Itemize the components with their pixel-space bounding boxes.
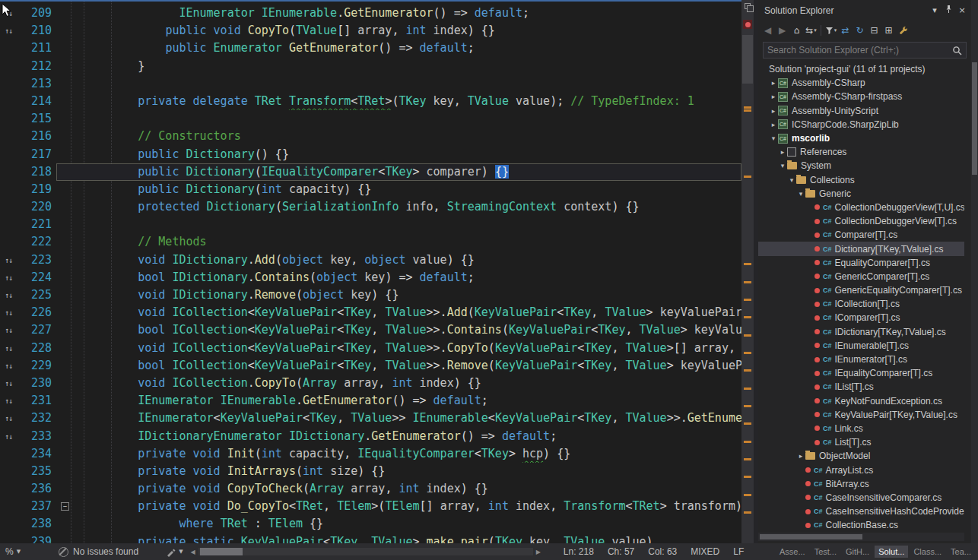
hscroll-track[interactable]	[198, 548, 533, 555]
hscroll-thumb[interactable]	[200, 548, 243, 555]
line-number[interactable]: 211	[17, 40, 56, 57]
implements-interface-glyph-icon[interactable]: ↑↓	[0, 321, 17, 339]
panel-tab-test[interactable]: Test...	[811, 546, 840, 558]
line-number[interactable]: 227	[17, 321, 56, 339]
tree-item[interactable]: C#Comparer[T].cs	[758, 228, 964, 242]
pin-icon[interactable]	[941, 5, 955, 16]
eol-indicator[interactable]: LF	[733, 546, 744, 557]
line-number[interactable]: 237	[17, 498, 56, 515]
tree-item[interactable]: ▸C#Assembly-CSharp-firstpass	[758, 90, 964, 103]
line-number[interactable]: 212	[17, 58, 56, 75]
tree-item[interactable]: ▸References	[758, 145, 964, 159]
code-line[interactable]: 220 protected Dictionary(SerializationIn…	[0, 198, 741, 216]
line-number[interactable]: 229	[17, 357, 56, 375]
code-line[interactable]: ↑↓233 IDictionaryEnumerator IDictionary.…	[0, 428, 741, 445]
line-number[interactable]: 210	[17, 22, 56, 40]
code-line[interactable]: 213	[0, 75, 741, 93]
tree-item[interactable]: C#CollectionDebuggerView[T,U].cs	[758, 201, 964, 214]
implements-interface-glyph-icon[interactable]: ↑↓	[0, 410, 17, 427]
line-number[interactable]: 222	[17, 233, 56, 251]
panel-tab-gith[interactable]: GitH...	[842, 546, 873, 558]
code-line[interactable]: ↑↓209 IEnumerator IEnumerable.GetEnumera…	[0, 5, 741, 22]
tree-item[interactable]: C#EqualityComparer[T].cs	[758, 256, 964, 270]
tree-item[interactable]: C#IEnumerator[T].cs	[758, 353, 964, 366]
implements-interface-glyph-icon[interactable]: ↑↓	[0, 22, 17, 40]
line-number[interactable]: 209	[17, 5, 56, 22]
se-scrollbar-horizontal[interactable]	[758, 533, 964, 541]
tree-item[interactable]: C#KeyValuePair[TKey,TValue].cs	[758, 408, 964, 422]
tree-item[interactable]: ▾C#mscorlib	[758, 131, 964, 145]
tree-item[interactable]: ▸C#Assembly-UnityScript	[758, 104, 964, 118]
code-line[interactable]: 222 // Methods	[0, 233, 741, 251]
code-line[interactable]: ↑↓225 void IDictionary.Remove(object key…	[0, 286, 741, 304]
code-line[interactable]: ↑↓224 bool IDictionary.Contains(object k…	[0, 269, 741, 286]
properties-button-icon[interactable]	[896, 23, 910, 38]
code-line[interactable]: 238 where TRet : TElem {}	[0, 515, 741, 533]
expanded-arrow-icon[interactable]: ▾	[796, 190, 805, 198]
collapsed-arrow-icon[interactable]: ▸	[769, 93, 778, 100]
line-number[interactable]: 214	[17, 93, 56, 110]
code-cleanup-dropdown-icon[interactable]: ▼	[179, 549, 183, 555]
zoom-dropdown-icon[interactable]: ▼	[17, 549, 21, 555]
tree-item[interactable]: ▸ObjectModel	[758, 449, 964, 463]
fold-margin[interactable]: −	[56, 498, 76, 515]
refresh-button-icon[interactable]: ↻	[853, 23, 867, 38]
code-line[interactable]: 216 // Constructors	[0, 128, 741, 145]
tree-item[interactable]: C#CaseInsensitiveComparer.cs	[758, 491, 964, 505]
line-number[interactable]: 218	[17, 163, 56, 181]
tree-item[interactable]: ▾System	[758, 159, 964, 172]
panel-tab-asse[interactable]: Asse...	[776, 546, 809, 558]
code-line[interactable]: ↑↓228 void ICollection<KeyValuePair<TKey…	[0, 340, 741, 357]
line-number[interactable]: 221	[17, 216, 56, 233]
se-scrollbar-horizontal-thumb[interactable]	[760, 534, 862, 539]
line-number[interactable]: 236	[17, 480, 56, 498]
code-line[interactable]: 221	[0, 216, 741, 233]
tree-item[interactable]: C#ICollection[T].cs	[758, 297, 964, 311]
code-line[interactable]: 239 private static KeyValuePair<TKey, TV…	[0, 533, 741, 543]
tree-item[interactable]: ▸C#Assembly-CSharp	[758, 76, 964, 90]
line-number[interactable]: 230	[17, 375, 56, 392]
tree-item[interactable]: ▾Generic	[758, 187, 964, 201]
tree-item[interactable]: C#Link.cs	[758, 422, 964, 435]
panel-tab-tea[interactable]: Tea...	[947, 546, 975, 558]
line-number[interactable]: 231	[17, 392, 56, 410]
code-line[interactable]: 218 public Dictionary(IEqualityComparer<…	[0, 163, 741, 181]
editor-scrollbar-thumb[interactable]	[742, 35, 753, 84]
code-line[interactable]: ↑↓223 void IDictionary.Add(object key, o…	[0, 252, 741, 269]
line-number[interactable]: 213	[17, 75, 56, 93]
line-number[interactable]: 220	[17, 198, 56, 216]
hscroll-left-arrow[interactable]: ◀	[191, 549, 195, 555]
panel-tab-class[interactable]: Class...	[910, 546, 945, 558]
fold-collapse-button[interactable]: −	[61, 502, 69, 511]
tree-item[interactable]: C#Dictionary[TKey,TValue].cs	[758, 242, 964, 255]
expanded-arrow-icon[interactable]: ▾	[769, 134, 778, 142]
tree-item[interactable]: C#CaseInsensitiveHashCodeProvider.cs	[758, 505, 964, 518]
line-number[interactable]: 235	[17, 463, 56, 480]
code-line[interactable]: ↑↓230 void ICollection.CopyTo(Array arra…	[0, 375, 741, 392]
line-number[interactable]: 225	[17, 286, 56, 304]
code-line[interactable]: ↑↓227 bool ICollection<KeyValuePair<TKey…	[0, 321, 741, 339]
tree-item[interactable]: C#GenericEqualityComparer[T].cs	[758, 283, 964, 297]
line-number[interactable]: 217	[17, 146, 56, 163]
collapse-all-button-icon[interactable]: ⊟	[867, 23, 881, 38]
collapsed-arrow-icon[interactable]: ▸	[769, 107, 778, 115]
line-number[interactable]: 233	[17, 428, 56, 445]
expanded-arrow-icon[interactable]: ▾	[787, 176, 796, 184]
code-line[interactable]: 234 private void Init(int capacity, IEqu…	[0, 445, 741, 463]
collapsed-arrow-icon[interactable]: ▸	[796, 452, 805, 460]
tree-item[interactable]: C#IDictionary[TKey,TValue].cs	[758, 325, 964, 339]
encoding-indicator[interactable]: MIXED	[691, 546, 719, 557]
code-line[interactable]: ↑↓229 bool ICollection<KeyValuePair<TKey…	[0, 357, 741, 375]
tree-item[interactable]: C#CollectionDebuggerView[T].cs	[758, 214, 964, 228]
show-all-files-button-icon[interactable]: ⊞	[881, 23, 896, 38]
tree-item[interactable]: ▾Collections	[758, 173, 964, 187]
line-number[interactable]: 219	[17, 181, 56, 198]
code-line[interactable]: 219 public Dictionary(int capacity) {}	[0, 181, 741, 198]
hscroll-right-arrow[interactable]: ▶	[536, 549, 541, 555]
pending-changes-filter-button-icon[interactable]: ▾	[824, 23, 838, 38]
collapsed-arrow-icon[interactable]: ▸	[769, 79, 778, 87]
tree-item[interactable]: C#BitArray.cs	[758, 477, 964, 491]
code-line[interactable]: ↑↓232 IEnumerator<KeyValuePair<TKey, TVa…	[0, 410, 741, 427]
tree-item[interactable]: Solution 'project-gui' (11 of 11 project…	[758, 62, 964, 76]
nav-forward-button-icon[interactable]: ▶	[775, 23, 789, 38]
